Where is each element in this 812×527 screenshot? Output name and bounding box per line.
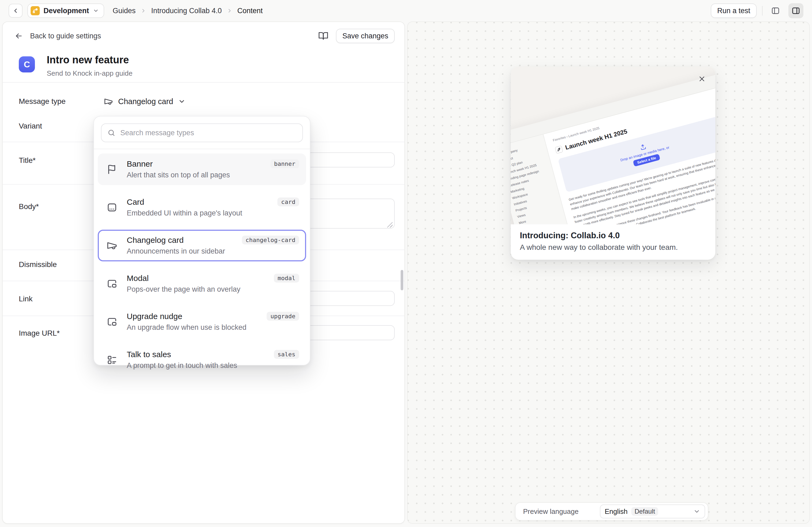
option-title: Banner <box>127 159 230 169</box>
save-changes-button[interactable]: Save changes <box>336 29 395 43</box>
preview-language-bar: Preview language English Default <box>515 502 708 521</box>
dismissible-label: Dismissible <box>19 260 57 269</box>
panel-left-icon <box>771 6 780 15</box>
chevron-down-icon <box>93 8 99 14</box>
option-description: An upgrade flow when use is blocked <box>127 322 246 332</box>
message-type-value: Changelog card <box>118 97 173 106</box>
breadcrumb-guide-name[interactable]: Introducing Collab 4.0 <box>151 7 222 15</box>
option-title: Upgrade nudge <box>127 311 246 321</box>
message-type-select[interactable]: Changelog card <box>104 94 186 109</box>
textarea-resize-handle[interactable] <box>387 222 393 228</box>
close-icon[interactable] <box>696 73 708 85</box>
search-input[interactable] <box>120 129 296 137</box>
environment-label: Development <box>44 7 89 15</box>
run-test-button[interactable]: Run a test <box>711 3 757 18</box>
variant-label: Variant <box>19 122 42 131</box>
option-description: Pops-over the page with an overlay <box>127 284 240 294</box>
breadcrumb-content[interactable]: Content <box>237 7 263 15</box>
option-title: Modal <box>127 273 240 283</box>
back-to-guide-settings-label: Back to guide settings <box>30 32 101 40</box>
back-to-guide-settings-link[interactable]: Back to guide settings <box>14 32 101 40</box>
option-upgrade-nudge[interactable]: Upgrade nudge An upgrade flow when use i… <box>98 306 306 337</box>
app-window: Development Guides Introducing Collab 4.… <box>0 0 812 527</box>
option-badge: changelog-card <box>242 236 299 244</box>
option-title: Changelog card <box>127 235 225 245</box>
language-value: English <box>605 508 627 516</box>
option-description: Alert that sits on top of all pages <box>127 170 230 180</box>
top-bar: Development Guides Introducing Collab 4.… <box>0 0 812 21</box>
right-panel-toggle-button[interactable] <box>788 3 803 18</box>
breadcrumb: Guides Introducing Collab 4.0 Content <box>113 7 263 15</box>
option-title: Card <box>127 197 242 207</box>
option-title: Talk to sales <box>127 349 237 360</box>
guide-avatar: C <box>19 56 35 73</box>
chevron-down-icon <box>178 98 186 105</box>
preview-language-select[interactable]: English Default <box>600 505 705 518</box>
toolbar-divider <box>762 6 763 16</box>
breadcrumb-separator-icon <box>141 8 146 14</box>
breadcrumb-guides[interactable]: Guides <box>113 7 136 15</box>
preview-panel: Share All company Product 2025 Q2 plan L… <box>407 21 810 524</box>
rocket-icon <box>555 145 563 154</box>
message-type-label: Message type <box>19 97 66 106</box>
preview-card-subtitle: A whole new way to collaborate with your… <box>520 243 706 252</box>
search-icon <box>107 129 115 137</box>
guide-subtitle: Send to Knock in-app guide <box>47 69 132 77</box>
link-label: Link <box>19 295 32 303</box>
language-default-badge: Default <box>631 507 658 516</box>
megaphone-icon <box>104 96 113 106</box>
modal-icon <box>106 278 118 289</box>
scrollbar-thumb[interactable] <box>401 270 403 290</box>
option-banner[interactable]: Banner Alert that sits on top of all pag… <box>98 153 306 185</box>
upgrade-nudge-icon <box>106 316 118 327</box>
flag-icon <box>106 164 118 175</box>
option-description: Announcements in our sidebar <box>127 246 225 256</box>
top-bar-actions: Run a test <box>711 3 803 18</box>
title-label: Title* <box>19 156 36 165</box>
option-badge: sales <box>274 350 299 359</box>
option-badge: modal <box>274 274 299 283</box>
upload-icon <box>639 143 647 151</box>
embedded-screenshot: Share All company Product 2025 Q2 plan L… <box>511 66 715 224</box>
environment-icon <box>31 6 40 15</box>
search-box <box>101 123 303 142</box>
arrow-left-icon <box>14 32 23 40</box>
guide-title: Intro new feature <box>47 54 129 66</box>
preview-card-title: Introducing: Collab.io 4.0 <box>520 231 706 240</box>
panel-right-icon <box>791 6 800 15</box>
option-badge: banner <box>271 160 299 168</box>
docs-button[interactable] <box>318 31 329 41</box>
option-talk-to-sales[interactable]: Talk to sales A prompt to get in touch w… <box>98 344 306 376</box>
chevron-left-icon <box>12 7 19 14</box>
option-description: A prompt to get in touch with sales <box>127 361 237 370</box>
preview-language-label: Preview language <box>523 508 595 516</box>
message-type-list: Banner Alert that sits on top of all pag… <box>94 149 310 387</box>
image-url-label: Image URL* <box>19 329 60 337</box>
body-label: Body* <box>19 202 39 211</box>
back-button[interactable] <box>9 4 23 18</box>
option-badge: card <box>277 197 299 206</box>
megaphone-icon <box>106 240 118 251</box>
card-icon <box>106 202 118 213</box>
message-type-dropdown: Banner Alert that sits on top of all pag… <box>93 116 310 365</box>
chevron-down-icon <box>693 508 700 515</box>
changelog-preview-card: Share All company Product 2025 Q2 plan L… <box>511 66 715 260</box>
preview-card-body: Introducing: Collab.io 4.0 A whole new w… <box>511 224 715 258</box>
option-modal[interactable]: Modal Pops-over the page with an overlay… <box>98 268 306 299</box>
option-card[interactable]: Card Embedded UI within a page's layout … <box>98 192 306 223</box>
list-icon <box>106 354 118 365</box>
guide-header: Back to guide settings Save changes C In… <box>3 22 404 82</box>
environment-selector[interactable]: Development <box>27 3 104 18</box>
preview-media: Share All company Product 2025 Q2 plan L… <box>511 66 715 224</box>
option-description: Embedded UI within a page's layout <box>127 208 242 218</box>
book-open-icon <box>318 31 329 41</box>
breadcrumb-separator-icon <box>227 8 233 14</box>
option-badge: upgrade <box>267 312 299 321</box>
left-panel-toggle-button[interactable] <box>768 3 783 18</box>
option-changelog-card[interactable]: Changelog card Announcements in our side… <box>98 230 306 261</box>
